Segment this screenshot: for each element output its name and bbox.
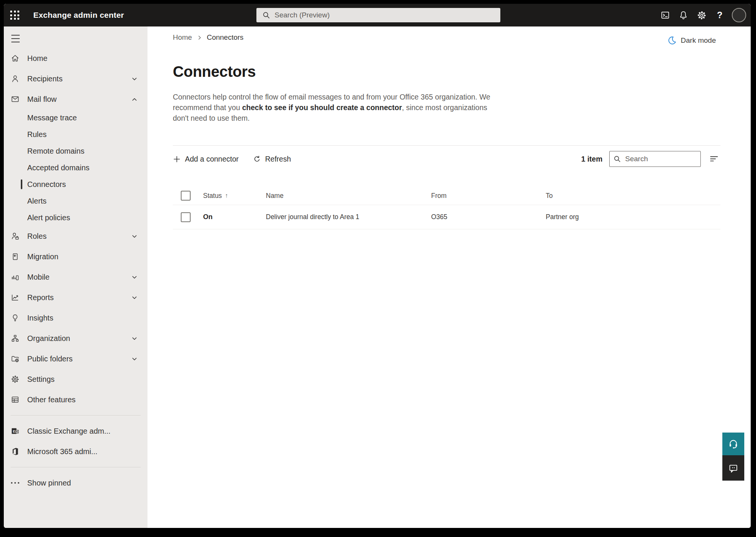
sidebar-item-mail-flow[interactable]: Mail flow xyxy=(4,89,147,109)
nav-divider xyxy=(11,467,141,467)
list-toolbar: Add a connector Refresh 1 item xyxy=(173,150,720,168)
sidebar-item-organization[interactable]: Organization xyxy=(4,328,147,349)
column-header-from[interactable]: From xyxy=(431,192,546,200)
sidebar-item-reports[interactable]: Reports xyxy=(4,287,147,308)
exchange-logo-icon: E xyxy=(11,426,20,436)
sidebar-item-mobile[interactable]: Mobile xyxy=(4,267,147,287)
breadcrumb-current: Connectors xyxy=(207,33,244,42)
svg-text:E: E xyxy=(13,429,15,433)
more-dots-icon xyxy=(11,482,20,484)
sort-ascending-icon: ↑ xyxy=(225,192,228,199)
column-header-name[interactable]: Name xyxy=(266,192,431,200)
terminal-icon xyxy=(660,10,670,20)
sidebar-item-insights[interactable]: Insights xyxy=(4,308,147,328)
list-search-box[interactable] xyxy=(609,151,701,167)
global-search-input[interactable] xyxy=(274,11,496,20)
sidebar-item-label: Classic Exchange adm... xyxy=(27,427,110,436)
sidebar-item-recipients[interactable]: Recipients xyxy=(4,68,147,89)
table-icon xyxy=(11,395,20,404)
chat-icon xyxy=(728,463,739,473)
sidebar-item-home[interactable]: Home xyxy=(4,48,147,68)
help-support-button[interactable] xyxy=(722,433,744,455)
folder-globe-icon xyxy=(11,354,20,363)
cloud-shell-button[interactable] xyxy=(656,6,674,24)
nav-collapse-button[interactable] xyxy=(11,34,23,43)
breadcrumb-home-link[interactable]: Home xyxy=(173,33,192,42)
main-content: Home Connectors Dark mode Connectors Con… xyxy=(147,26,751,528)
sidebar-item-message-trace[interactable]: Message trace xyxy=(4,109,147,126)
filter-icon xyxy=(709,154,719,164)
sidebar-item-label: Mail flow xyxy=(27,95,57,104)
person-briefcase-icon xyxy=(11,232,20,241)
row-to: Partner org xyxy=(546,213,720,221)
waffle-icon xyxy=(10,11,19,20)
search-icon xyxy=(613,155,621,163)
breadcrumb: Home Connectors xyxy=(173,33,720,42)
sidebar-item-label: Mobile xyxy=(27,273,50,282)
refresh-label: Refresh xyxy=(265,155,291,163)
app-launcher-button[interactable] xyxy=(4,4,26,26)
notifications-button[interactable] xyxy=(674,6,692,24)
toolbar-right: 1 item xyxy=(581,151,720,167)
table-header-row: Status ↑ Name From To xyxy=(173,187,720,205)
sidebar-item-label: Rules xyxy=(27,130,47,139)
global-search-box[interactable] xyxy=(256,8,500,22)
sidebar-item-label: Accepted domains xyxy=(27,163,90,172)
sidebar-item-alerts[interactable]: Alerts xyxy=(4,193,147,209)
column-header-to[interactable]: To xyxy=(546,192,720,200)
app-window: Exchange admin center xyxy=(4,4,751,528)
sidebar-item-public-folders[interactable]: Public folders xyxy=(4,349,147,369)
sidebar-item-label: Alert policies xyxy=(27,213,70,222)
lightbulb-icon xyxy=(11,313,20,322)
column-header-status[interactable]: Status ↑ xyxy=(203,192,266,200)
help-button[interactable]: ? xyxy=(711,6,729,24)
gear-icon xyxy=(11,375,20,384)
chevron-down-icon xyxy=(131,335,138,342)
select-all-checkbox[interactable] xyxy=(181,191,191,201)
sidebar-item-remote-domains[interactable]: Remote domains xyxy=(4,143,147,159)
sidebar-item-label: Remote domains xyxy=(27,147,84,156)
sidebar-item-label: Reports xyxy=(27,293,54,302)
sidebar-item-microsoft-365-admin[interactable]: Microsoft 365 admi... xyxy=(4,441,147,462)
sidebar-item-label: Message trace xyxy=(27,114,77,122)
app-title: Exchange admin center xyxy=(33,11,124,20)
chevron-down-icon xyxy=(131,233,138,240)
breadcrumb-chevron-icon xyxy=(197,35,202,40)
row-checkbox[interactable] xyxy=(181,212,191,222)
refresh-button[interactable]: Refresh xyxy=(253,155,291,163)
sidebar-item-roles[interactable]: Roles xyxy=(4,226,147,246)
sidebar-item-other-features[interactable]: Other features xyxy=(4,389,147,410)
feedback-button[interactable] xyxy=(722,455,744,481)
add-connector-button[interactable]: Add a connector xyxy=(173,155,239,163)
dark-mode-toggle[interactable]: Dark mode xyxy=(668,36,716,45)
list-search-input[interactable] xyxy=(624,154,697,163)
bell-icon xyxy=(678,10,688,20)
gear-icon xyxy=(697,10,707,20)
question-mark-icon: ? xyxy=(717,10,723,20)
description-link[interactable]: check to see if you should create a conn… xyxy=(242,103,402,112)
account-avatar[interactable] xyxy=(732,8,746,22)
sidebar-item-classic-exchange[interactable]: E Classic Exchange adm... xyxy=(4,421,147,441)
sidebar-item-rules[interactable]: Rules xyxy=(4,126,147,143)
left-nav: Home Recipients Mail flow Message xyxy=(4,26,147,528)
chevron-up-icon xyxy=(131,96,138,103)
chevron-down-icon xyxy=(131,76,138,82)
column-header-label: Status xyxy=(203,192,222,200)
sidebar-item-accepted-domains[interactable]: Accepted domains xyxy=(4,159,147,176)
sidebar-item-settings[interactable]: Settings xyxy=(4,369,147,389)
sidebar-item-connectors[interactable]: Connectors xyxy=(4,176,147,193)
sidebar-item-show-pinned[interactable]: Show pinned xyxy=(4,473,147,493)
row-checkbox-cell xyxy=(173,212,203,222)
microsoft-365-logo-icon xyxy=(11,447,20,456)
settings-button[interactable] xyxy=(692,6,711,24)
sidebar-item-label: Connectors xyxy=(27,180,66,189)
search-icon xyxy=(262,11,270,19)
sidebar-item-alert-policies[interactable]: Alert policies xyxy=(4,209,147,226)
top-bar: Exchange admin center xyxy=(4,4,751,26)
sidebar-item-label: Show pinned xyxy=(27,479,71,487)
sidebar-item-migration[interactable]: Migration xyxy=(4,246,147,267)
table-row[interactable]: On Deliver journal directly to Area 1 O3… xyxy=(173,205,720,229)
filter-button[interactable] xyxy=(708,153,720,165)
sidebar-item-label: Public folders xyxy=(27,355,73,363)
row-name[interactable]: Deliver journal directly to Area 1 xyxy=(266,213,431,221)
